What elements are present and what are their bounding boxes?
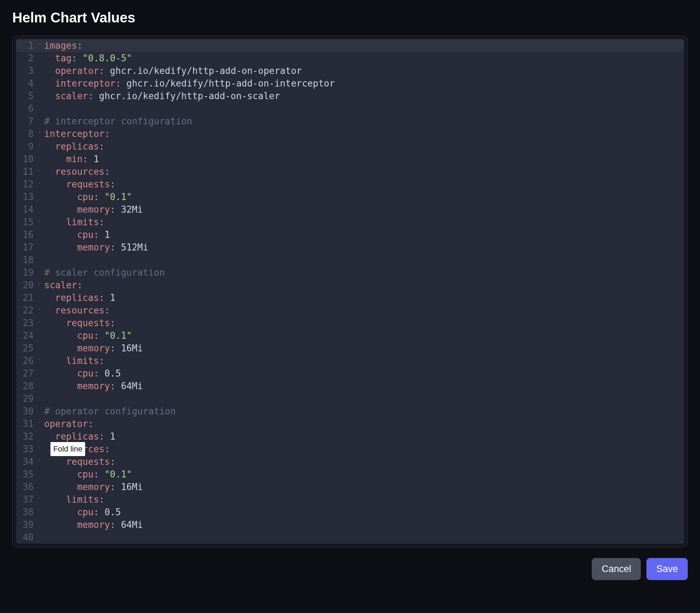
chevron-down-icon: ˅	[38, 166, 41, 178]
line-number: 21	[16, 291, 36, 304]
code-line[interactable]: 23˅ requests:	[16, 317, 684, 329]
line-number: 23	[16, 317, 36, 329]
code-line[interactable]: 5 scaler: ghcr.io/kedify/http-add-on-sca…	[16, 90, 684, 102]
fold-gutter[interactable]: ˅	[36, 128, 43, 140]
chevron-down-icon: ˅	[38, 279, 41, 292]
code-line[interactable]: 11˅ resources:	[16, 165, 684, 178]
line-content: cpu: 0.5	[43, 367, 121, 380]
chevron-down-icon: ˅	[38, 355, 41, 367]
line-number: 30	[16, 405, 36, 418]
code-line[interactable]: 35 cpu: "0.1"	[16, 468, 684, 481]
line-number: 40	[16, 531, 36, 544]
line-content: operator:	[43, 418, 94, 430]
code-line[interactable]: 34˅ requests:	[16, 455, 684, 468]
fold-gutter[interactable]: ˅	[36, 354, 43, 367]
code-line[interactable]: 15˅ limits:	[16, 216, 684, 228]
line-content: operator: ghcr.io/kedify/http-add-on-ope…	[43, 64, 302, 77]
code-line[interactable]: 13 cpu: "0.1"	[16, 191, 684, 203]
code-line[interactable]: 30# operator configuration	[16, 405, 684, 418]
line-number: 7	[16, 115, 36, 128]
code-line[interactable]: 24 cpu: "0.1"	[16, 329, 684, 342]
fold-gutter[interactable]: ˅	[36, 165, 43, 178]
cancel-button[interactable]: Cancel	[592, 558, 641, 580]
line-number: 28	[16, 380, 36, 392]
code-line[interactable]: 20˅scaler:	[16, 279, 684, 291]
code-line[interactable]: 2 tag: "0.8.0-5"	[16, 52, 684, 64]
save-button[interactable]: Save	[646, 558, 688, 580]
code-line[interactable]: 6	[16, 102, 684, 115]
code-line[interactable]: 37˅ limits:	[16, 493, 684, 506]
code-line[interactable]: 3 operator: ghcr.io/kedify/http-add-on-o…	[16, 64, 684, 77]
chevron-down-icon: ˅	[38, 304, 41, 317]
fold-gutter[interactable]: ˅	[36, 443, 43, 455]
code-line[interactable]: 17 memory: 512Mi	[16, 241, 684, 254]
fold-gutter[interactable]: ˅	[36, 317, 43, 329]
line-content: images:	[43, 39, 83, 52]
fold-gutter[interactable]: ˅	[36, 279, 43, 291]
line-content: memory: 32Mi	[43, 203, 143, 216]
line-number: 27	[16, 367, 36, 380]
fold-gutter[interactable]: ˅	[36, 39, 43, 52]
line-number: 14	[16, 203, 36, 216]
code-line[interactable]: 7# interceptor configuration	[16, 115, 684, 128]
code-line[interactable]: 28 memory: 64Mi	[16, 380, 684, 392]
code-line[interactable]: 26˅ limits:	[16, 354, 684, 367]
code-line[interactable]: 36 memory: 16Mi	[16, 481, 684, 493]
fold-gutter[interactable]: ˅	[36, 455, 43, 468]
fold-gutter[interactable]: ˅	[36, 216, 43, 228]
code-line[interactable]: 39 memory: 64Mi	[16, 518, 684, 531]
page-title: Helm Chart Values	[12, 10, 688, 26]
code-line[interactable]: 1˅images:	[16, 39, 684, 52]
line-number: 6	[16, 102, 36, 115]
line-number: 16	[16, 228, 36, 241]
code-line[interactable]: 16 cpu: 1	[16, 228, 684, 241]
code-line[interactable]: 18	[16, 254, 684, 266]
code-editor[interactable]: 1˅images:2 tag: "0.8.0-5"3 operator: ghc…	[16, 39, 684, 544]
code-line[interactable]: 4 interceptor: ghcr.io/kedify/http-add-o…	[16, 77, 684, 90]
code-line[interactable]: 27 cpu: 0.5	[16, 367, 684, 380]
line-number: 32	[16, 430, 36, 443]
line-number: 26	[16, 354, 36, 367]
fold-gutter[interactable]: ˅	[36, 178, 43, 191]
line-content: limits:	[43, 493, 104, 506]
line-number: 1	[16, 39, 36, 52]
line-content: limits:	[43, 216, 104, 228]
chevron-down-icon: ˅	[38, 140, 41, 153]
code-line[interactable]: 33˅ resources:Fold line	[16, 443, 684, 455]
code-line[interactable]: 40	[16, 531, 684, 544]
chevron-down-icon: ˅	[38, 418, 41, 431]
fold-gutter[interactable]: ˅	[36, 418, 43, 430]
chevron-down-icon: ˅	[38, 40, 41, 52]
line-content: # operator configuration	[43, 405, 176, 418]
code-line[interactable]: 38 cpu: 0.5	[16, 506, 684, 518]
line-number: 25	[16, 342, 36, 354]
code-line[interactable]: 10 min: 1	[16, 153, 684, 165]
fold-gutter[interactable]: ˅	[36, 140, 43, 153]
code-line[interactable]: 22˅ resources:	[16, 304, 684, 317]
code-line[interactable]: 14 memory: 32Mi	[16, 203, 684, 216]
editor-panel: 1˅images:2 tag: "0.8.0-5"3 operator: ghc…	[12, 35, 688, 547]
code-line[interactable]: 19# scaler configuration	[16, 266, 684, 279]
line-content: cpu: "0.1"	[43, 468, 132, 481]
line-content: requests:	[43, 178, 116, 191]
line-number: 31	[16, 418, 36, 430]
code-line[interactable]: 21 replicas: 1	[16, 291, 684, 304]
chevron-down-icon: ˅	[38, 494, 41, 506]
line-number: 13	[16, 191, 36, 203]
code-line[interactable]: 31˅operator:	[16, 418, 684, 430]
code-line[interactable]: 8˅interceptor:	[16, 128, 684, 140]
line-content: min: 1	[43, 153, 99, 165]
chevron-down-icon: ˅	[38, 317, 41, 330]
code-line[interactable]: 12˅ requests:	[16, 178, 684, 191]
code-line[interactable]: 32 replicas: 1	[16, 430, 684, 443]
code-line[interactable]: 29	[16, 392, 684, 405]
chevron-down-icon: ˅	[38, 456, 41, 468]
line-number: 8	[16, 128, 36, 140]
code-line[interactable]: 9˅ replicas:	[16, 140, 684, 153]
code-line[interactable]: 25 memory: 16Mi	[16, 342, 684, 354]
line-number: 33	[16, 443, 36, 455]
fold-gutter[interactable]: ˅	[36, 493, 43, 506]
line-number: 29	[16, 392, 36, 405]
line-number: 12	[16, 178, 36, 191]
fold-gutter[interactable]: ˅	[36, 304, 43, 317]
